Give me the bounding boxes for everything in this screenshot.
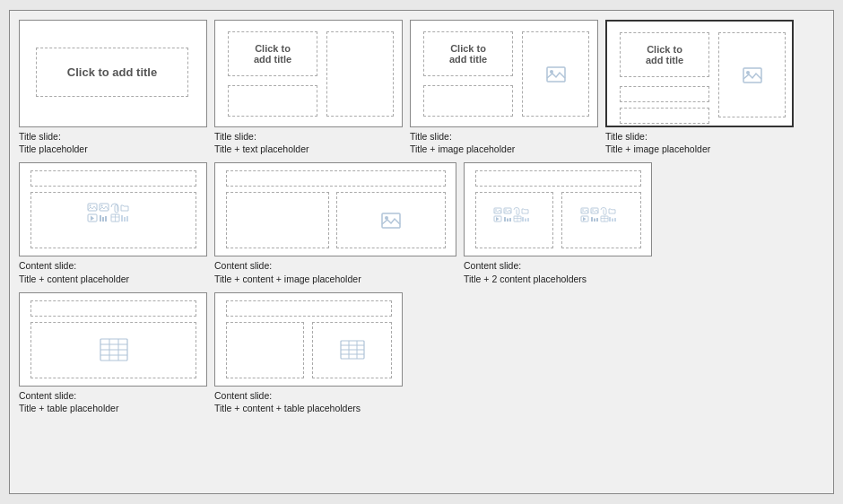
slide-layout-grid: Click to add title Title slide: Title pl… [19, 20, 824, 414]
row-2: Content slide: Title + content placehold… [19, 162, 824, 284]
slide-item-content-image[interactable]: Content slide: Title + content + image p… [214, 162, 456, 284]
svg-point-37 [582, 209, 584, 211]
caption-line1: Content slide: [19, 390, 76, 401]
svg-rect-33 [522, 217, 524, 222]
subtitle-box-2 [620, 108, 709, 124]
caption-line1: Content slide: [464, 260, 521, 271]
title-placeholder-text: Click toadd title [621, 33, 708, 76]
slide-thumb-title-image[interactable]: Click toadd title [410, 20, 598, 127]
svg-point-39 [592, 209, 594, 211]
caption-line2: Title + image placeholder [410, 143, 515, 154]
caption-line2: Title + content + table placeholders [214, 403, 361, 413]
svg-rect-18 [126, 216, 128, 222]
title-placeholder-text: Click toadd title [229, 32, 317, 75]
caption-title-image-2: Title slide: Title + image placeholder [605, 130, 794, 155]
title-placeholder: Click to add title [36, 48, 188, 97]
table-placeholder-icon [31, 323, 196, 378]
slide-thumb-content-only[interactable] [19, 162, 207, 256]
slide-thumb-table[interactable] [19, 292, 207, 387]
title-placeholder-text: Click to add title [37, 48, 187, 96]
caption-line2: Title + content placeholder [19, 274, 129, 284]
svg-rect-6 [100, 204, 109, 211]
title-box: Click toadd title [620, 32, 709, 77]
content-icons-right [562, 193, 640, 248]
caption-content-image: Content slide: Title + content + image p… [214, 259, 412, 284]
text-box [326, 31, 394, 117]
slide-item-title-only[interactable]: Click to add title Title slide: Title pl… [19, 20, 207, 155]
content-left [475, 192, 553, 248]
content-icons [31, 193, 196, 248]
caption-line2: Title + text placeholder [214, 143, 309, 154]
caption-title-only: Title slide: Title placeholder [19, 130, 207, 155]
content-area [226, 192, 329, 248]
slide-thumb-title-text[interactable]: Click toadd title [214, 20, 403, 127]
title-bar [475, 170, 641, 187]
slide-item-table[interactable]: Content slide: Title + table placeholder [19, 292, 207, 414]
text-box-2 [228, 85, 317, 117]
title-placeholder-text: Click toadd title [424, 32, 512, 75]
slide-thumb-content-table[interactable] [214, 292, 403, 387]
image-area [336, 192, 446, 248]
caption-title-text: Title slide: Title + text placeholder [214, 130, 403, 155]
svg-rect-34 [525, 218, 526, 222]
svg-rect-4 [88, 204, 97, 211]
svg-rect-42 [591, 217, 593, 222]
slide-item-title-image-2[interactable]: Click toadd title [605, 20, 794, 155]
content-area [30, 192, 196, 248]
slide-item-title-text[interactable]: Click toadd title Title slide: Title + t… [214, 20, 403, 155]
svg-point-7 [100, 204, 102, 206]
content-icons-left [476, 193, 552, 248]
image-placeholder-icon [719, 33, 785, 117]
table-placeholder-icon [313, 323, 391, 378]
slide-thumb-content-image[interactable] [214, 162, 456, 256]
svg-rect-10 [100, 215, 101, 222]
caption-line1: Content slide: [214, 390, 272, 401]
caption-line2: Title + image placeholder [605, 143, 710, 154]
caption-content-only: Content slide: Title + content placehold… [19, 259, 207, 284]
caption-content-2col: Content slide: Title + 2 content placeho… [464, 259, 652, 284]
svg-rect-44 [596, 218, 598, 222]
caption-line1: Content slide: [19, 260, 76, 271]
image-placeholder-icon [523, 32, 588, 116]
title-bar [30, 170, 196, 187]
svg-point-24 [505, 209, 507, 211]
caption-line1: Content slide: [214, 260, 272, 271]
svg-rect-43 [594, 218, 595, 222]
slide-thumb-title-only[interactable]: Click to add title [19, 20, 207, 127]
svg-rect-50 [614, 218, 616, 222]
svg-marker-41 [583, 217, 587, 222]
row-1: Click to add title Title slide: Title pl… [19, 20, 824, 155]
svg-marker-26 [496, 217, 500, 222]
caption-line1: Title slide: [605, 131, 647, 142]
title-box: Click toadd title [228, 31, 317, 76]
title-bar [30, 300, 196, 317]
svg-point-5 [89, 204, 91, 206]
content-right [561, 192, 641, 248]
slide-item-content-only[interactable]: Content slide: Title + content placehold… [19, 162, 207, 284]
slide-thumb-title-image-2[interactable]: Click toadd title [605, 20, 794, 127]
title-box: Click toadd title [423, 31, 513, 76]
table-area [30, 322, 196, 378]
image-box [522, 31, 589, 117]
image-box [718, 32, 786, 117]
slide-thumb-content-2col[interactable] [464, 162, 652, 256]
slide-item-content-2col[interactable]: Content slide: Title + 2 content placeho… [464, 162, 652, 284]
svg-rect-29 [509, 218, 511, 222]
caption-content-table: Content slide: Title + content + table p… [214, 389, 403, 414]
caption-title-image: Title slide: Title + image placeholder [410, 130, 598, 155]
slide-item-title-image[interactable]: Click toadd title [410, 20, 598, 155]
caption-line1: Title slide: [214, 131, 256, 142]
slide-item-content-table[interactable]: Content slide: Title + content + table p… [214, 292, 403, 414]
svg-rect-16 [121, 215, 123, 222]
svg-rect-12 [105, 216, 107, 222]
subtitle-box-1 [620, 86, 709, 102]
svg-rect-28 [507, 218, 508, 222]
svg-rect-27 [504, 217, 506, 222]
caption-table: Content slide: Title + table placeholder [19, 389, 207, 414]
svg-rect-17 [124, 217, 126, 222]
row-3: Content slide: Title + table placeholder [19, 292, 824, 414]
svg-point-22 [495, 209, 497, 211]
svg-marker-9 [91, 215, 94, 221]
svg-rect-35 [527, 218, 529, 222]
title-bar [226, 170, 446, 187]
